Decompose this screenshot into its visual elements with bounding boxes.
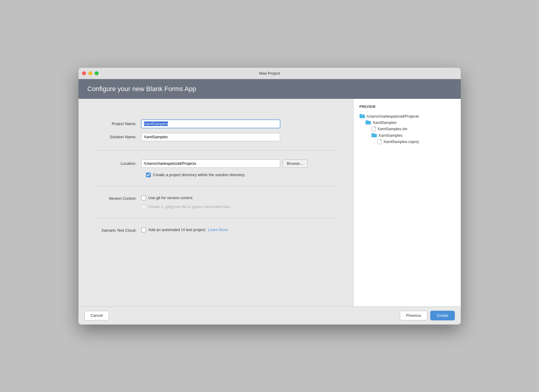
create-gitignore-label: Create a .gitignore file to ignore iness… (148, 205, 231, 209)
create-dir-label: Create a project directory within the so… (153, 173, 245, 177)
location-section: Location: Browse... Create a project dir… (96, 150, 335, 187)
tree-item-label: XamlSamples.csproj (383, 139, 419, 144)
location-input[interactable] (141, 159, 280, 168)
close-button[interactable] (82, 71, 86, 75)
window-controls (82, 71, 99, 75)
xamarin-test-row: Xamarin Test Cloud: Add an automated UI … (96, 227, 335, 233)
tree-item-label: XamlSamples (373, 120, 397, 125)
previous-button[interactable]: Previous (400, 311, 428, 320)
file-icon (371, 127, 376, 131)
tree-item: XamlSamples.sln (360, 126, 455, 132)
project-name-input[interactable] (141, 120, 280, 128)
names-section: Project Name: Solution Name: (96, 111, 335, 150)
titlebar: New Project (79, 68, 461, 79)
add-ui-test-label: Add an automated UI test project. (148, 227, 206, 232)
version-control-label: Version Control: (96, 196, 141, 201)
solution-name-label: Solution Name: (96, 135, 141, 139)
preview-title: PREVIEW (360, 105, 455, 108)
browse-button[interactable]: Browse... (282, 159, 308, 168)
folder-icon (366, 120, 371, 124)
footer: Cancel Previous Create (79, 306, 461, 325)
xamarin-test-label: Xamarin Test Cloud: (96, 227, 141, 233)
use-git-label: Use git for version control. (148, 196, 194, 200)
tree-item: XamlSamples (360, 132, 455, 139)
footer-right-buttons: Previous Create (400, 311, 455, 320)
minimize-button[interactable] (88, 71, 92, 75)
create-dir-checkbox[interactable] (146, 173, 151, 177)
create-button[interactable]: Create (430, 311, 454, 320)
tree-item-label: XamlSamples (379, 133, 403, 138)
folder-icon (360, 114, 365, 118)
location-row: Location: Browse... (96, 159, 335, 168)
xamarin-test-section: Xamarin Test Cloud: Add an automated UI … (96, 219, 335, 242)
version-control-section: Version Control: Use git for version con… (96, 187, 335, 219)
add-ui-test-checkbox[interactable] (141, 227, 146, 232)
file-tree: /Users/charlespetzold/ProjectsXamlSample… (360, 113, 455, 145)
create-dir-row: Create a project directory within the so… (146, 173, 335, 177)
header-title: Configure your new Blank Forms App (87, 85, 196, 93)
maximize-button[interactable] (95, 71, 99, 75)
add-ui-test-row: Add an automated UI test project. Learn … (141, 227, 228, 232)
learn-more-link[interactable]: Learn More (208, 227, 228, 232)
tree-item: XamlSamples.csproj (360, 139, 455, 145)
use-git-checkbox[interactable] (141, 196, 146, 200)
window: New Project Configure your new Blank For… (79, 68, 461, 325)
solution-name-row: Solution Name: (96, 133, 335, 141)
header: Configure your new Blank Forms App (79, 79, 461, 99)
content-area: Project Name: Solution Name: Location: B… (79, 99, 461, 306)
location-label: Location: (96, 161, 141, 166)
tree-item: XamlSamples (360, 119, 455, 126)
solution-name-input[interactable] (141, 133, 280, 141)
version-control-checkboxes: Use git for version control. Create a .g… (141, 196, 231, 209)
cancel-button[interactable]: Cancel (85, 311, 109, 320)
create-gitignore-checkbox (141, 205, 146, 209)
project-name-label: Project Name: (96, 122, 141, 126)
tree-item: /Users/charlespetzold/Projects (360, 113, 455, 119)
file-icon (377, 139, 382, 144)
project-name-row: Project Name: (96, 120, 335, 128)
tree-item-label: /Users/charlespetzold/Projects (367, 114, 419, 119)
create-gitignore-row: Create a .gitignore file to ignore iness… (141, 205, 231, 209)
folder-icon (371, 133, 377, 137)
preview-panel: PREVIEW /Users/charlespetzold/ProjectsXa… (353, 99, 461, 306)
main-form: Project Name: Solution Name: Location: B… (79, 99, 353, 306)
use-git-row: Use git for version control. (141, 196, 231, 200)
window-title: New Project (259, 71, 280, 76)
version-control-row: Version Control: Use git for version con… (96, 196, 335, 209)
tree-item-label: XamlSamples.sln (377, 127, 407, 131)
